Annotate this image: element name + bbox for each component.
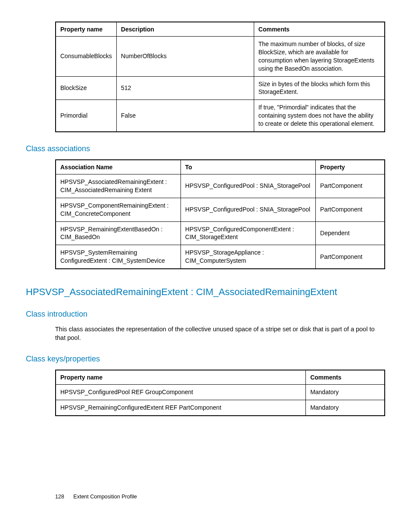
- page-number: 128: [55, 494, 64, 500]
- cell-description: 512: [116, 76, 254, 100]
- keys-properties-table: Property name Comments HPSVSP_Configured…: [55, 370, 385, 416]
- cell-to: HPSVSP_ConfiguredComponentExtent : CIM_S…: [181, 221, 315, 245]
- cell-to: HPSVSP_ConfiguredPool : SNIA_StoragePool: [181, 174, 315, 198]
- footer-section-title: Extent Composition Profile: [73, 494, 137, 500]
- col-property-name: Property name: [56, 22, 116, 37]
- col-description: Description: [116, 22, 254, 37]
- col-comments: Comments: [306, 370, 385, 385]
- cell-property: PartComponent: [316, 245, 385, 269]
- cell-comments: The maximum number of blocks, of size Bl…: [254, 37, 385, 77]
- table-row: HPSVSP_ComponentRemainingExtent : CIM_Co…: [56, 198, 385, 221]
- table-row: Primordial False If true, "Primordial" i…: [56, 100, 385, 132]
- cell-property-name: ConsumableBlocks: [56, 37, 116, 77]
- cell-comments: Mandatory: [306, 384, 385, 400]
- cell-property-name: Primordial: [56, 100, 116, 132]
- col-property-name: Property name: [56, 370, 306, 385]
- table-row: HPSVSP_RemainingExtentBasedOn : CIM_Base…: [56, 221, 385, 245]
- cell-association-name: HPSVSP_SystemRemaining ConfiguredExtent …: [56, 245, 181, 269]
- table-row: HPSVSP_AssociatedRemainingExtent : CIM_A…: [56, 174, 385, 198]
- cell-association-name: HPSVSP_RemainingExtentBasedOn : CIM_Base…: [56, 221, 181, 245]
- cell-property-name: BlockSize: [56, 76, 116, 100]
- table-header-row: Association Name To Property: [56, 160, 385, 174]
- cell-property-name: HPSVSP_RemainingConfiguredExtent REF Par…: [56, 400, 306, 415]
- heading-class-introduction: Class introduction: [26, 310, 385, 319]
- associations-table: Association Name To Property HPSVSP_Asso…: [55, 159, 385, 269]
- cell-comments: Size in bytes of the blocks which form t…: [254, 76, 385, 100]
- cell-property: Dependent: [316, 221, 385, 245]
- heading-class-associations: Class associations: [26, 144, 385, 153]
- heading-class-keys-properties: Class keys/properties: [26, 355, 385, 364]
- table-header-row: Property name Description Comments: [56, 22, 385, 37]
- cell-description: False: [116, 100, 254, 132]
- col-property: Property: [316, 160, 385, 174]
- page-footer: 128 Extent Composition Profile: [26, 494, 385, 500]
- table-row: HPSVSP_ConfiguredPool REF GroupComponent…: [56, 384, 385, 400]
- col-to: To: [181, 160, 315, 174]
- table-row: ConsumableBlocks NumberOfBlocks The maxi…: [56, 37, 385, 77]
- class-introduction-text: This class associates the representation…: [55, 325, 385, 342]
- col-comments: Comments: [254, 22, 385, 37]
- cell-description: NumberOfBlocks: [116, 37, 254, 77]
- table-row: HPSVSP_SystemRemaining ConfiguredExtent …: [56, 245, 385, 269]
- properties-table-1: Property name Description Comments Consu…: [55, 22, 385, 132]
- table-row: BlockSize 512 Size in bytes of the block…: [56, 76, 385, 100]
- cell-association-name: HPSVSP_AssociatedRemainingExtent : CIM_A…: [56, 174, 181, 198]
- cell-comments: If true, "Primordial" indicates that the…: [254, 100, 385, 132]
- heading-class-title: HPSVSP_AssociatedRemainingExtent : CIM_A…: [26, 286, 385, 298]
- table-row: HPSVSP_RemainingConfiguredExtent REF Par…: [56, 400, 385, 415]
- cell-association-name: HPSVSP_ComponentRemainingExtent : CIM_Co…: [56, 198, 181, 221]
- table-header-row: Property name Comments: [56, 370, 385, 385]
- col-association-name: Association Name: [56, 160, 181, 174]
- cell-to: HPSVSP_ConfiguredPool : SNIA_StoragePool: [181, 198, 315, 221]
- cell-property-name: HPSVSP_ConfiguredPool REF GroupComponent: [56, 384, 306, 400]
- cell-to: HPSVSP_StorageAppliance : CIM_ComputerSy…: [181, 245, 315, 269]
- cell-property: PartComponent: [316, 174, 385, 198]
- cell-property: PartComponent: [316, 198, 385, 221]
- cell-comments: Mandatory: [306, 400, 385, 415]
